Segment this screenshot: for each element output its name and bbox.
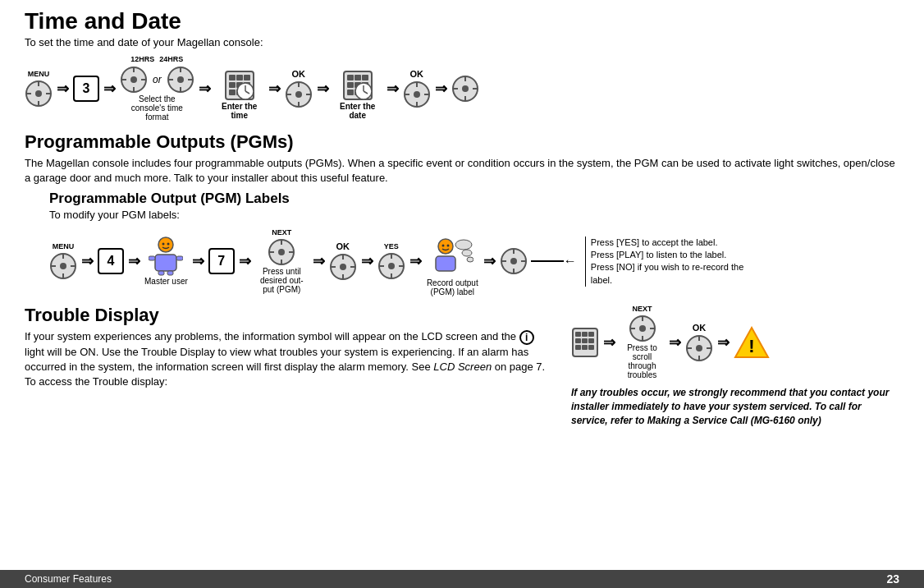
- pgm-arrow5: ⇒: [313, 252, 325, 270]
- pgm-arrow3: ⇒: [192, 252, 204, 270]
- trouble-title: Trouble Display: [25, 305, 555, 326]
- svg-rect-99: [436, 256, 455, 271]
- svg-rect-45: [347, 90, 354, 95]
- svg-rect-22: [229, 82, 236, 88]
- trouble-next-step: NEXT Press to scroll through troubles: [620, 305, 665, 379]
- trouble-ok-label: OK: [693, 323, 707, 333]
- svg-point-72: [167, 243, 170, 246]
- svg-rect-42: [347, 82, 354, 88]
- svg-point-65: [60, 263, 66, 269]
- pgm-note-yes: Press [YES] to accept the label.: [591, 237, 749, 249]
- svg-point-33: [295, 91, 302, 98]
- menu-button-icon: [25, 80, 53, 108]
- arrow5: ⇒: [317, 80, 329, 98]
- trouble-keypad-icon: [571, 327, 599, 358]
- ok-button-icon-2: [403, 80, 431, 108]
- or-text: or: [153, 74, 162, 85]
- enter-date-caption: Enter the date: [333, 102, 382, 120]
- svg-rect-110: [575, 332, 581, 337]
- warning-triangle-icon: !: [734, 324, 770, 361]
- ok-button-icon-1: [285, 80, 313, 108]
- svg-point-97: [442, 245, 445, 247]
- pgm-menu-label: MENU: [53, 242, 75, 250]
- trouble-arrow2: ⇒: [669, 333, 681, 351]
- svg-rect-19: [229, 75, 236, 80]
- trouble-body3: LCD Screen: [433, 361, 492, 373]
- pgm-final-icon: [500, 247, 528, 275]
- svg-point-79: [278, 249, 285, 255]
- warning-text: If any troubles occur, we strongly recom…: [571, 386, 899, 427]
- svg-point-101: [462, 250, 472, 256]
- pgm-arrow2: ⇒: [128, 252, 140, 270]
- svg-point-120: [639, 325, 646, 332]
- svg-rect-21: [244, 75, 250, 80]
- enter-time-keypad-icon: [224, 70, 255, 101]
- pgm-note: Press [YES] to accept the label. Press […: [585, 237, 749, 287]
- pgm-ok-label: OK: [336, 241, 350, 251]
- svg-rect-114: [582, 338, 588, 343]
- svg-point-53: [414, 91, 420, 98]
- arrow7: ⇒: [435, 80, 447, 98]
- hrs12-label: 12HRS: [130, 55, 154, 63]
- svg-rect-41: [362, 75, 368, 80]
- pgm-yes-label: YES: [384, 242, 399, 250]
- enter-date-step: Enter the date: [333, 57, 382, 120]
- svg-rect-116: [575, 345, 581, 350]
- svg-point-59: [462, 85, 469, 92]
- menu-label: MENU: [28, 70, 50, 78]
- trouble-section: Trouble Display If your system experienc…: [25, 305, 899, 427]
- svg-rect-75: [176, 256, 183, 260]
- page: Time and Date To set the time and date o…: [0, 0, 924, 588]
- ok-step-1: OK: [285, 69, 313, 108]
- pgm-arrow8: ⇒: [483, 252, 496, 270]
- trouble-arrow1: ⇒: [603, 333, 615, 351]
- ok-label-1: OK: [291, 69, 305, 79]
- footer-page: 23: [886, 572, 899, 586]
- svg-rect-40: [355, 75, 361, 80]
- svg-rect-39: [347, 75, 354, 80]
- programmable-section: Programmable Outputs (PGMs) The Magellan…: [25, 131, 899, 296]
- trouble-diagram: ⇒ NEXT Press to scroll through troubles …: [571, 305, 899, 379]
- svg-rect-73: [155, 255, 176, 271]
- record-output-icon: [431, 238, 473, 278]
- pgm-ok-icon: [329, 253, 357, 281]
- svg-point-91: [388, 263, 395, 269]
- svg-point-7: [130, 76, 137, 83]
- ok-step-2: OK: [403, 69, 431, 108]
- arrow6: ⇒: [387, 80, 399, 98]
- pgm-diagram: MENU ⇒ 4 ⇒: [49, 226, 899, 296]
- svg-rect-74: [149, 256, 155, 260]
- time-date-subtitle: To set the time and date of your Magella…: [25, 36, 899, 48]
- svg-point-126: [696, 345, 702, 351]
- pgm-key-4: 4: [98, 248, 124, 274]
- arrow4: ⇒: [268, 80, 281, 98]
- pgm-next-step: NEXT Press until desired out-put (PGM): [255, 228, 309, 294]
- svg-text:!: !: [748, 336, 754, 356]
- footer-left: Consumer Features: [25, 573, 112, 585]
- trouble-body1: If your system experiences any problems,…: [25, 330, 516, 342]
- master-user-caption: Master user: [144, 277, 188, 286]
- press-until-caption: Press until desired out-put (PGM): [255, 267, 309, 294]
- pgm-note-no: Press [NO] if you wish to re-record the …: [591, 261, 749, 287]
- enter-time-caption: Enter the time: [215, 102, 264, 120]
- programmable-body: The Magellan console includes four progr…: [25, 156, 899, 186]
- enter-time-step: Enter the time: [215, 57, 264, 120]
- trouble-next-label: NEXT: [632, 305, 652, 313]
- pgm-arrow6: ⇒: [361, 252, 373, 270]
- svg-point-98: [447, 245, 450, 247]
- ok-label-2: OK: [409, 69, 423, 79]
- svg-point-102: [467, 257, 473, 262]
- svg-rect-76: [158, 271, 164, 275]
- menu-step: MENU: [25, 70, 53, 108]
- hrs24-label: 24HRS: [159, 55, 183, 63]
- svg-rect-118: [588, 345, 594, 350]
- time-date-title: Time and Date: [25, 8, 899, 34]
- arrow2: ⇒: [103, 80, 116, 98]
- arrow1: ⇒: [57, 80, 69, 98]
- back-arrow: ←: [531, 254, 577, 269]
- pgm-arrow4: ⇒: [239, 252, 251, 270]
- trouble-body: If your system experiences any problems,…: [25, 329, 555, 389]
- svg-rect-20: [236, 75, 243, 80]
- pgm-labels-title: Programmable Output (PGM) Labels: [49, 191, 899, 207]
- pgm-arrow7: ⇒: [409, 252, 422, 270]
